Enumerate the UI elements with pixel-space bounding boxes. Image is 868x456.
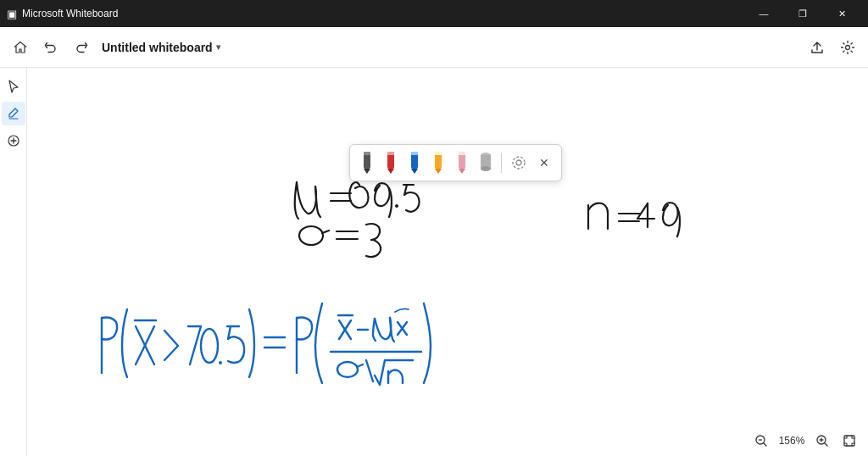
- svg-point-24: [395, 204, 398, 208]
- svg-line-40: [357, 364, 363, 367]
- restore-button[interactable]: ❐: [783, 0, 822, 27]
- svg-point-32: [201, 329, 218, 363]
- add-tool[interactable]: [2, 129, 25, 153]
- statusbar: 156%: [743, 425, 868, 456]
- svg-marker-3: [364, 169, 370, 174]
- color-gray[interactable]: [476, 150, 496, 175]
- board-title-area[interactable]: Untitled whiteboard ▾: [102, 41, 220, 54]
- svg-point-33: [219, 361, 222, 364]
- svg-marker-15: [459, 169, 465, 174]
- svg-line-41: [366, 360, 373, 381]
- color-yellow[interactable]: [428, 150, 448, 175]
- minimize-button[interactable]: —: [744, 0, 783, 27]
- svg-rect-50: [844, 436, 854, 446]
- zoom-level: 156%: [776, 435, 807, 447]
- whiteboard-svg: ✦: [27, 68, 868, 456]
- svg-rect-7: [387, 152, 394, 155]
- svg-rect-4: [364, 152, 370, 155]
- svg-point-0: [846, 45, 850, 49]
- color-black[interactable]: [357, 150, 377, 175]
- color-picker-close[interactable]: ✕: [534, 153, 554, 173]
- fit-to-window-button[interactable]: [837, 429, 861, 453]
- svg-line-49: [825, 443, 827, 446]
- svg-point-39: [337, 362, 358, 377]
- redo-button[interactable]: [68, 34, 95, 61]
- settings-button[interactable]: [834, 34, 861, 61]
- svg-rect-16: [459, 152, 465, 155]
- svg-point-20: [513, 157, 525, 169]
- color-red[interactable]: [381, 150, 401, 175]
- app-icon: ▣: [7, 8, 17, 20]
- pen-tool[interactable]: [2, 102, 25, 125]
- titlebar-controls: — ❐ ✕: [744, 0, 861, 27]
- svg-rect-13: [435, 152, 442, 155]
- board-title: Untitled whiteboard: [102, 41, 213, 54]
- titlebar-left: ▣ Microsoft Whiteboard: [7, 8, 118, 20]
- svg-marker-12: [435, 169, 442, 174]
- app-toolbar: Untitled whiteboard ▾: [0, 27, 868, 68]
- undo-button[interactable]: [37, 34, 64, 61]
- select-tool[interactable]: [2, 75, 25, 98]
- share-button[interactable]: [804, 34, 831, 61]
- svg-point-19: [481, 166, 491, 171]
- divider: [501, 153, 502, 173]
- home-button[interactable]: [7, 34, 34, 61]
- left-panel: [0, 68, 27, 456]
- svg-point-21: [516, 160, 521, 165]
- svg-marker-6: [387, 169, 394, 174]
- color-pink[interactable]: [452, 150, 472, 175]
- svg-marker-9: [411, 169, 418, 174]
- lasso-tool[interactable]: [507, 151, 531, 175]
- svg-rect-10: [411, 152, 418, 155]
- app-title: Microsoft Whiteboard: [22, 8, 118, 19]
- color-picker-toolbar: ✕: [349, 144, 562, 181]
- zoom-in-button[interactable]: [810, 429, 834, 453]
- close-button[interactable]: ✕: [822, 0, 861, 27]
- toolbar-right: [804, 34, 861, 61]
- svg-line-45: [764, 443, 766, 446]
- title-bar: ▣ Microsoft Whiteboard — ❐ ✕: [0, 0, 868, 27]
- color-blue[interactable]: [404, 150, 425, 175]
- dropdown-icon: ▾: [216, 42, 220, 52]
- canvas-area[interactable]: ✕: [27, 68, 868, 456]
- zoom-out-button[interactable]: [749, 429, 773, 453]
- svg-line-26: [322, 231, 329, 233]
- svg-point-25: [299, 226, 323, 245]
